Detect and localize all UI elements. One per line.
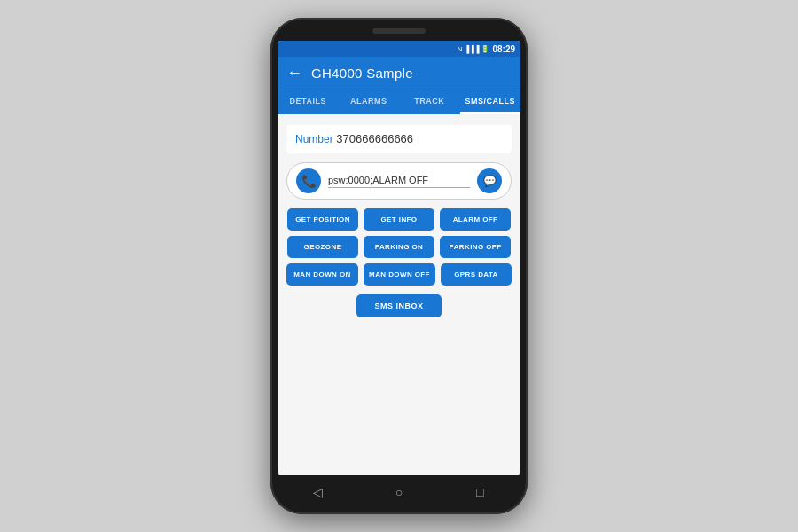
parking-off-button[interactable]: PARKING OFF (440, 236, 511, 258)
toolbar: ← GH4000 Sample (278, 57, 520, 90)
sms-command-row: 📞 psw:0000;ALARM OFF 💬 (286, 162, 512, 200)
nav-back-button[interactable]: ◁ (309, 482, 328, 502)
tab-sms-calls[interactable]: SMS/CALLS (460, 90, 521, 114)
chat-glyph: 💬 (483, 175, 497, 187)
command-buttons-grid: GET POSITION GET INFO ALARM OFF GEOZONE … (286, 208, 512, 317)
status-bar: N ▐▐▐ 🔋 08:29 (278, 41, 520, 57)
nav-home-button[interactable]: ○ (389, 482, 409, 502)
tabs-bar: DETAILS ALARMS TRACK SMS/CALLS (278, 90, 520, 114)
number-value: 370666666666 (336, 132, 413, 145)
button-row-3: MAN DOWN ON MAN DOWN OFF GPRS DATA (286, 263, 512, 286)
gprs-data-button[interactable]: GPRS DATA (441, 263, 512, 286)
phone-device: N ▐▐▐ 🔋 08:29 ← GH4000 Sample DETAILS AL… (270, 18, 528, 514)
signal-icon: ▐▐▐ (464, 45, 479, 53)
status-icons: N ▐▐▐ 🔋 (458, 45, 490, 53)
tab-track[interactable]: TRACK (399, 90, 460, 114)
phone-glyph: 📞 (301, 174, 317, 188)
sms-send-icon[interactable]: 💬 (477, 168, 502, 193)
tab-details[interactable]: DETAILS (278, 90, 339, 114)
nav-recent-button[interactable]: □ (470, 482, 489, 502)
number-label: Number (295, 133, 333, 145)
phone-speaker (372, 28, 426, 34)
man-down-on-button[interactable]: MAN DOWN ON (286, 263, 358, 286)
page-title: GH4000 Sample (311, 66, 413, 81)
parking-on-button[interactable]: PARKING ON (364, 236, 434, 258)
number-row: Number 370666666666 (286, 125, 512, 153)
man-down-off-button[interactable]: MAN DOWN OFF (364, 263, 435, 286)
status-time: 08:29 (492, 44, 515, 54)
tab-alarms[interactable]: ALARMS (339, 90, 400, 114)
get-position-button[interactable]: GET POSITION (287, 208, 358, 231)
geozone-button[interactable]: GEOZONE (287, 236, 358, 258)
phone-nav-bar: ◁ ○ □ (278, 475, 520, 504)
button-row-2: GEOZONE PARKING ON PARKING OFF (286, 236, 512, 258)
alarm-off-button[interactable]: ALARM OFF (440, 208, 511, 231)
battery-icon: 🔋 (481, 45, 489, 53)
nfc-icon: N (458, 45, 463, 53)
call-icon[interactable]: 📞 (296, 168, 321, 193)
phone-screen: N ▐▐▐ 🔋 08:29 ← GH4000 Sample DETAILS AL… (278, 41, 520, 475)
sms-inbox-row: SMS INBOX (286, 291, 512, 317)
main-content: Number 370666666666 📞 psw:0000;ALARM OFF… (278, 114, 520, 475)
sms-command-text[interactable]: psw:0000;ALARM OFF (328, 175, 470, 188)
get-info-button[interactable]: GET INFO (364, 208, 434, 231)
sms-inbox-button[interactable]: SMS INBOX (356, 294, 441, 317)
button-row-1: GET POSITION GET INFO ALARM OFF (286, 208, 512, 231)
back-button[interactable]: ← (286, 64, 302, 82)
